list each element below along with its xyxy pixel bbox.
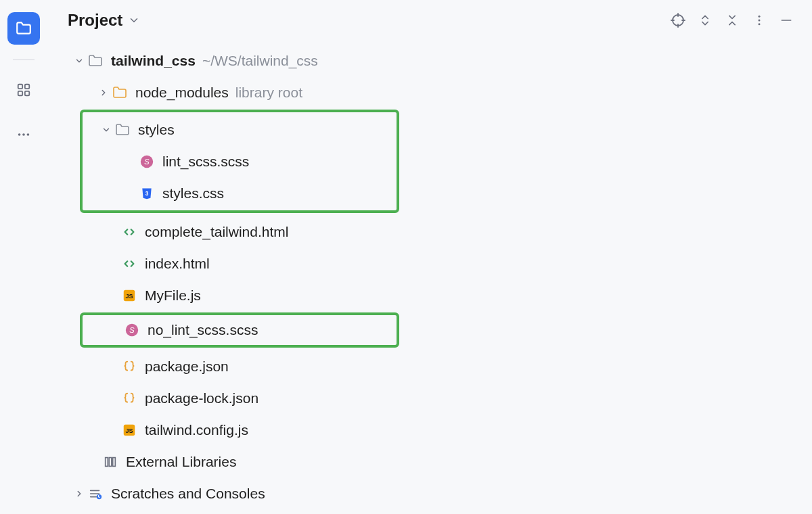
tree-node-label: External Libraries: [126, 454, 236, 470]
tree-node-label: no_lint_scss.scss: [148, 322, 258, 338]
tree-node-hint: library root: [235, 85, 302, 101]
tree-node-external-libraries[interactable]: External Libraries: [53, 446, 807, 477]
tool-rail: [0, 0, 47, 514]
minimize-icon: [780, 14, 793, 27]
html-file-icon: [120, 223, 138, 241]
tree-node-hint: ~/WS/tailwind_css: [202, 53, 318, 69]
scss-file-icon: S: [138, 153, 156, 170]
js-file-icon: JS: [120, 421, 138, 439]
grid-icon: [16, 83, 31, 97]
tree-node-label: tailwind_css: [111, 53, 196, 69]
html-file-icon: [120, 255, 138, 273]
panel-header: Project: [47, 0, 812, 41]
hide-panel-button[interactable]: [774, 8, 798, 32]
tree-node-label: package-lock.json: [145, 390, 258, 406]
more-tools-button[interactable]: [7, 118, 40, 151]
project-tree[interactable]: tailwind_css ~/WS/tailwind_css node_modu…: [47, 41, 812, 509]
project-panel: Project: [47, 0, 812, 514]
tree-node-label: MyFile.js: [145, 287, 201, 304]
svg-point-14: [759, 23, 761, 25]
tree-node-no-lint-scss[interactable]: S no_lint_scss.scss: [83, 315, 397, 345]
svg-point-4: [18, 133, 21, 136]
select-opened-file-button[interactable]: [666, 8, 690, 32]
project-tool-button[interactable]: [7, 12, 40, 45]
tree-node-label: complete_tailwind.html: [145, 224, 288, 240]
svg-point-6: [27, 133, 30, 136]
tree-node-label: node_modules: [135, 85, 229, 101]
tree-node-package-lock[interactable]: package-lock.json: [53, 382, 807, 414]
svg-text:S: S: [144, 157, 150, 165]
svg-rect-27: [113, 457, 116, 466]
chevron-down-icon[interactable]: [72, 56, 87, 66]
ellipsis-icon: [16, 127, 31, 142]
highlight-box-no-lint: S no_lint_scss.scss: [80, 312, 399, 348]
library-icon: [102, 453, 119, 471]
collapse-all-button[interactable]: [720, 8, 744, 32]
svg-text:S: S: [129, 326, 135, 334]
library-folder-icon: [111, 84, 129, 101]
kebab-icon: [752, 14, 766, 27]
tree-node-label: tailwind.config.js: [145, 422, 248, 438]
chevron-down-icon[interactable]: [99, 125, 114, 135]
tree-node-label: lint_scss.scss: [162, 154, 249, 170]
tree-node-label: package.json: [145, 358, 229, 375]
chevron-right-icon[interactable]: [72, 489, 87, 498]
svg-rect-25: [106, 457, 108, 466]
tree-node-label: styles.css: [162, 185, 224, 202]
tree-node-styles-folder[interactable]: styles: [83, 114, 397, 145]
tree-node-label: index.html: [145, 256, 210, 272]
json-file-icon: [120, 358, 138, 375]
panel-options-button[interactable]: [747, 8, 771, 32]
tree-node-myfile-js[interactable]: JS MyFile.js: [53, 279, 807, 311]
svg-point-13: [759, 20, 761, 22]
tree-node-lint-scss[interactable]: S lint_scss.scss: [83, 145, 397, 177]
tree-root-node[interactable]: tailwind_css ~/WS/tailwind_css: [53, 45, 807, 76]
expand-collapse-icon: [698, 14, 712, 27]
highlight-box-styles: styles S lint_scss.scss 3 styles.css: [80, 110, 399, 213]
js-file-icon: JS: [120, 287, 138, 304]
tree-node-styles-css[interactable]: 3 styles.css: [83, 177, 397, 209]
tree-node-scratches[interactable]: Scratches and Consoles: [53, 477, 807, 509]
svg-rect-26: [109, 457, 112, 466]
svg-rect-1: [25, 85, 29, 89]
crosshair-icon: [670, 12, 686, 28]
folder-icon: [87, 52, 104, 70]
structure-tool-button[interactable]: [7, 74, 40, 106]
chevron-down-icon[interactable]: [128, 14, 140, 26]
tree-node-package-json[interactable]: package.json: [53, 350, 807, 382]
tree-node-label: Scratches and Consoles: [111, 486, 265, 502]
expand-all-button[interactable]: [693, 8, 717, 32]
tree-node-label: styles: [138, 122, 175, 138]
tree-node-node_modules[interactable]: node_modules library root: [53, 76, 807, 108]
scratches-icon: [87, 485, 104, 503]
scss-file-icon: S: [123, 321, 141, 339]
rail-separator: [13, 60, 35, 60]
collapse-icon: [725, 14, 739, 27]
svg-text:3: 3: [145, 189, 149, 196]
css-file-icon: 3: [138, 185, 156, 202]
chevron-right-icon[interactable]: [96, 88, 111, 97]
folder-icon: [114, 121, 131, 139]
svg-text:JS: JS: [125, 292, 133, 299]
svg-rect-2: [18, 91, 22, 95]
folder-icon: [15, 20, 32, 37]
tree-node-complete-tailwind[interactable]: complete_tailwind.html: [53, 216, 807, 248]
svg-rect-3: [25, 91, 29, 95]
json-file-icon: [120, 390, 138, 407]
svg-text:JS: JS: [125, 427, 133, 434]
svg-point-5: [22, 133, 25, 136]
panel-title[interactable]: Project: [68, 11, 122, 30]
svg-rect-0: [18, 85, 22, 89]
tree-node-index-html[interactable]: index.html: [53, 248, 807, 279]
svg-point-12: [759, 16, 761, 18]
tree-node-tailwind-config[interactable]: JS tailwind.config.js: [53, 414, 807, 446]
